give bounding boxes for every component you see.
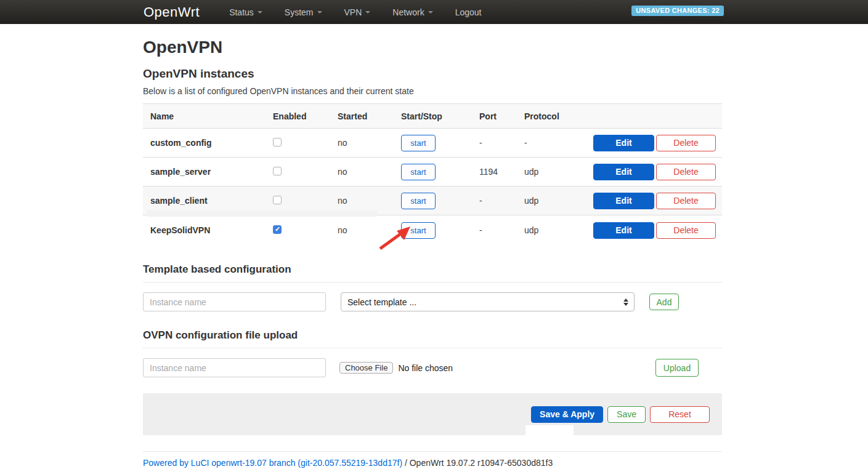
delete-button[interactable]: Delete: [656, 222, 716, 239]
table-row: sample_server no start 1194 udp Edit Del…: [143, 158, 722, 186]
template-form-row: Select template ... Add: [143, 292, 722, 311]
protocol-value: udp: [524, 167, 593, 177]
upload-instance-name-input[interactable]: [143, 358, 326, 377]
no-file-chosen-text: No file chosen: [398, 363, 453, 373]
instance-name: KeepSolidVPN: [143, 225, 273, 235]
started-value: no: [338, 167, 401, 177]
delete-button[interactable]: Delete: [656, 135, 716, 151]
chevron-down-icon: [365, 11, 370, 14]
select-spinner-icon: [623, 299, 628, 306]
template-section-heading: Template based configuration: [143, 263, 722, 276]
save-button[interactable]: Save: [607, 406, 646, 423]
table-header-row: Name Enabled Started Start/Stop Port Pro…: [143, 103, 722, 129]
protocol-value: -: [524, 138, 593, 148]
start-button[interactable]: start: [401, 164, 436, 180]
start-button[interactable]: start: [401, 193, 436, 209]
port-value: -: [479, 196, 524, 206]
page-footer: Powered by LuCI openwrt-19.07 branch (gi…: [143, 451, 722, 468]
red-arrow-annotation: [376, 223, 414, 252]
save-apply-button[interactable]: Save & Apply: [531, 406, 603, 423]
enabled-checkbox[interactable]: [273, 196, 282, 204]
instances-heading: OpenVPN instances: [143, 67, 722, 81]
choose-file-button[interactable]: Choose File: [339, 362, 393, 374]
edit-button[interactable]: Edit: [593, 193, 654, 209]
enabled-checkbox[interactable]: [273, 225, 282, 234]
nav-item-logout[interactable]: Logout: [444, 7, 493, 17]
openwrt-logo: OpenWrt: [144, 4, 200, 20]
nav-item-label: VPN: [344, 7, 362, 17]
delete-button[interactable]: Delete: [656, 164, 716, 180]
footer-version-text: OpenWrt 19.07.2 r10947-65030d81f3: [410, 458, 553, 468]
template-instance-name-input[interactable]: [143, 292, 326, 311]
edit-button[interactable]: Edit: [593, 135, 654, 151]
nav-item-label: Status: [229, 7, 254, 17]
port-value: -: [479, 138, 524, 148]
chevron-down-icon: [317, 11, 322, 14]
add-button[interactable]: Add: [649, 294, 679, 310]
nav-item-system[interactable]: System: [274, 7, 333, 17]
instance-name: sample_server: [143, 167, 273, 177]
port-value: -: [479, 225, 524, 235]
table-row: KeepSolidVPN no start - udp Edit Delete: [143, 215, 722, 245]
unsaved-changes-badge[interactable]: UNSAVED CHANGES: 22: [631, 6, 724, 16]
instances-table: Name Enabled Started Start/Stop Port Pro…: [143, 103, 722, 245]
edit-button[interactable]: Edit: [593, 222, 654, 239]
nav-item-label: Logout: [455, 7, 482, 17]
edit-button[interactable]: Edit: [593, 164, 654, 180]
upload-button[interactable]: Upload: [655, 359, 699, 377]
nav-item-status[interactable]: Status: [218, 7, 274, 17]
footer-separator: /: [402, 458, 410, 468]
column-header-startstop: Start/Stop: [401, 111, 479, 121]
top-navbar: OpenWrt Status System VPN Network Logout…: [0, 0, 868, 24]
column-header-port: Port: [479, 111, 524, 121]
start-button[interactable]: start: [401, 135, 436, 151]
protocol-value: udp: [524, 196, 593, 206]
enabled-checkbox[interactable]: [273, 138, 282, 146]
instance-name: sample_client: [143, 196, 273, 206]
nav-item-label: Network: [392, 7, 424, 17]
column-header-enabled: Enabled: [273, 111, 338, 121]
column-header-protocol: Protocol: [524, 111, 593, 121]
chevron-down-icon: [428, 11, 433, 14]
divider: [143, 348, 722, 348]
port-value: 1194: [479, 167, 524, 177]
column-header-name: Name: [143, 111, 273, 121]
protocol-value: udp: [524, 225, 593, 235]
nav-menu: Status System VPN Network Logout: [218, 7, 492, 17]
upload-form-row: Choose File No file chosen Upload: [143, 358, 722, 377]
started-value: no: [338, 138, 401, 148]
instance-name: custom_config: [143, 138, 273, 148]
divider: [143, 282, 722, 283]
nav-item-vpn[interactable]: VPN: [333, 7, 382, 17]
form-action-bar: Save & Apply Save Reset: [143, 393, 722, 435]
chevron-down-icon: [258, 11, 262, 14]
template-select[interactable]: Select template ...: [341, 292, 635, 311]
enabled-checkbox[interactable]: [273, 167, 282, 175]
instances-description: Below is a list of configured OpenVPN in…: [143, 86, 722, 96]
table-row: custom_config no start - - Edit Delete: [143, 129, 722, 158]
upload-section-heading: OVPN configuration file upload: [143, 329, 722, 342]
page-title: OpenVPN: [143, 38, 722, 57]
screenshot-artifact-strip: [147, 210, 377, 217]
main-content: OpenVPN OpenVPN instances Below is a lis…: [143, 38, 722, 468]
screenshot-artifact-patch: [525, 425, 574, 436]
started-value: no: [338, 196, 401, 206]
select-value: Select template ...: [347, 297, 416, 307]
nav-item-network[interactable]: Network: [381, 7, 444, 17]
nav-item-label: System: [285, 7, 314, 17]
delete-button[interactable]: Delete: [656, 193, 716, 209]
reset-button[interactable]: Reset: [650, 406, 710, 423]
column-header-started: Started: [338, 111, 401, 121]
luci-footer-link[interactable]: Powered by LuCI openwrt-19.07 branch (gi…: [143, 458, 402, 468]
